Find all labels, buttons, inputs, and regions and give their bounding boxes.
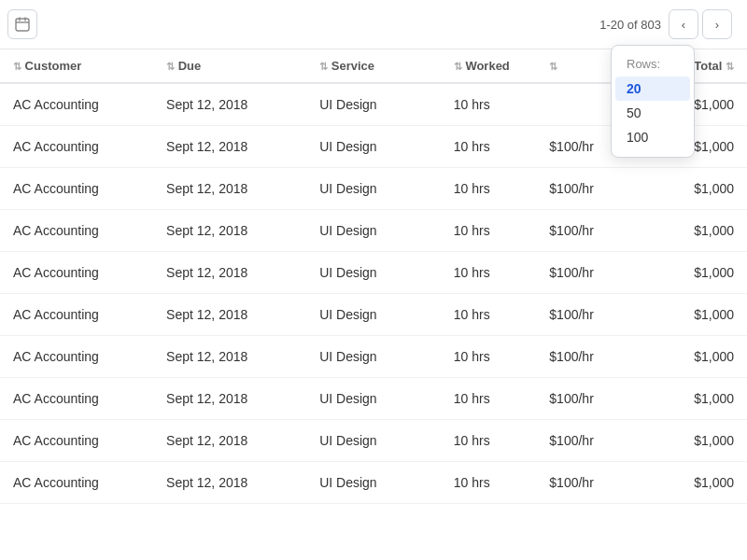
sort-icon-due: ⇅ [166, 61, 175, 72]
table-row[interactable]: AC AccountingSept 12, 2018UI Design10 hr… [0, 294, 747, 336]
cell-worked: 10 hrs [441, 83, 537, 126]
table-row[interactable]: AC AccountingSept 12, 2018UI Design10 hr… [0, 462, 747, 504]
cell-due: Sept 12, 2018 [153, 126, 306, 168]
sort-icon-customer: ⇅ [13, 61, 21, 72]
cell-service: UI Design [306, 336, 441, 378]
cell-worked: 10 hrs [441, 420, 537, 462]
calendar-icon [15, 17, 30, 32]
table-row[interactable]: AC AccountingSept 12, 2018UI Design10 hr… [0, 336, 747, 378]
cell-total: $1,000 [651, 336, 747, 378]
next-page-button[interactable]: › [702, 9, 732, 39]
cell-worked: 10 hrs [441, 168, 537, 210]
cell-total: $1,000 [651, 252, 747, 294]
cell-rate: $100/hr [536, 336, 651, 378]
cell-total: $1,000 [651, 168, 747, 210]
cell-worked: 10 hrs [441, 126, 537, 168]
col-header-customer[interactable]: ⇅ Customer [0, 49, 153, 83]
rows-popup: Rows: 20 50 100 [611, 45, 695, 158]
cell-worked: 10 hrs [441, 336, 537, 378]
cell-total: $1,000 [651, 420, 747, 462]
rows-label: Rows: [612, 53, 694, 77]
calendar-button[interactable] [7, 9, 37, 39]
table-row[interactable]: AC AccountingSept 12, 2018UI Design10 hr… [0, 168, 747, 210]
cell-rate: $100/hr [536, 462, 651, 504]
cell-customer: AC Accounting [0, 83, 153, 126]
sort-icon-total: ⇅ [726, 61, 734, 72]
cell-service: UI Design [306, 210, 441, 252]
cell-worked: 10 hrs [441, 294, 537, 336]
col-header-worked[interactable]: ⇅ Worked [441, 49, 537, 83]
cell-rate: $100/hr [536, 210, 651, 252]
cell-due: Sept 12, 2018 [153, 378, 306, 420]
cell-worked: 10 hrs [441, 252, 537, 294]
pagination-controls: ‹ › [669, 9, 732, 39]
cell-customer: AC Accounting [0, 420, 153, 462]
cell-total: $1,000 [651, 210, 747, 252]
cell-service: UI Design [306, 294, 441, 336]
cell-rate: $100/hr [536, 168, 651, 210]
cell-due: Sept 12, 2018 [153, 252, 306, 294]
top-bar: 1-20 of 803 ‹ › Rows: 20 50 100 [0, 0, 747, 49]
cell-rate: $100/hr [536, 420, 651, 462]
cell-due: Sept 12, 2018 [153, 462, 306, 504]
cell-customer: AC Accounting [0, 126, 153, 168]
chevron-left-icon: ‹ [682, 18, 685, 32]
cell-service: UI Design [306, 378, 441, 420]
cell-customer: AC Accounting [0, 168, 153, 210]
cell-service: UI Design [306, 462, 441, 504]
cell-due: Sept 12, 2018 [153, 168, 306, 210]
chevron-right-icon: › [715, 18, 719, 32]
cell-total: $1,000 [651, 378, 747, 420]
cell-due: Sept 12, 2018 [153, 83, 306, 126]
rows-option-20[interactable]: 20 [615, 77, 690, 101]
col-header-due[interactable]: ⇅ Due [153, 49, 306, 83]
cell-rate: $100/hr [536, 252, 651, 294]
cell-customer: AC Accounting [0, 462, 153, 504]
cell-customer: AC Accounting [0, 336, 153, 378]
cell-total: $1,000 [651, 294, 747, 336]
cell-worked: 10 hrs [441, 210, 537, 252]
rows-option-100[interactable]: 100 [612, 125, 694, 149]
cell-due: Sept 12, 2018 [153, 420, 306, 462]
pagination-info: 1-20 of 803 [599, 18, 661, 32]
cell-due: Sept 12, 2018 [153, 210, 306, 252]
sort-icon-service: ⇅ [319, 61, 328, 72]
sort-icon-rate: ⇅ [549, 61, 557, 72]
table-row[interactable]: AC AccountingSept 12, 2018UI Design10 hr… [0, 210, 747, 252]
col-header-service[interactable]: ⇅ Service [306, 49, 441, 83]
cell-service: UI Design [306, 168, 441, 210]
rows-option-50[interactable]: 50 [612, 101, 694, 125]
cell-customer: AC Accounting [0, 294, 153, 336]
table-row[interactable]: AC AccountingSept 12, 2018UI Design10 hr… [0, 252, 747, 294]
cell-customer: AC Accounting [0, 210, 153, 252]
cell-worked: 10 hrs [441, 378, 537, 420]
cell-service: UI Design [306, 420, 441, 462]
cell-service: UI Design [306, 126, 441, 168]
cell-customer: AC Accounting [0, 378, 153, 420]
svg-rect-0 [16, 19, 29, 31]
sort-icon-worked: ⇅ [454, 61, 462, 72]
cell-service: UI Design [306, 83, 441, 126]
cell-total: $1,000 [651, 462, 747, 504]
table-row[interactable]: AC AccountingSept 12, 2018UI Design10 hr… [0, 378, 747, 420]
cell-rate: $100/hr [536, 378, 651, 420]
cell-due: Sept 12, 2018 [153, 294, 306, 336]
cell-service: UI Design [306, 252, 441, 294]
cell-worked: 10 hrs [441, 462, 537, 504]
prev-page-button[interactable]: ‹ [669, 9, 698, 39]
table-row[interactable]: AC AccountingSept 12, 2018UI Design10 hr… [0, 420, 747, 462]
cell-customer: AC Accounting [0, 252, 153, 294]
cell-due: Sept 12, 2018 [153, 336, 306, 378]
cell-rate: $100/hr [536, 294, 651, 336]
